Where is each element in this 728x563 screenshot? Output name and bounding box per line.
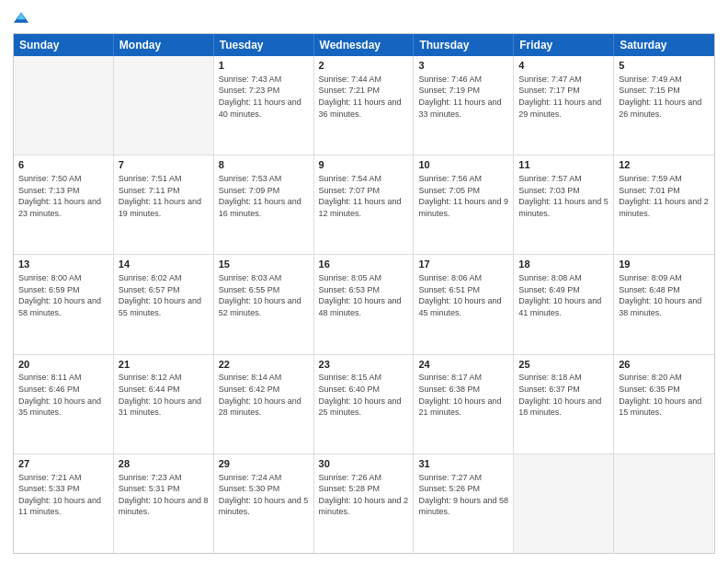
calendar: SundayMondayTuesdayWednesdayThursdayFrid… [13,33,715,554]
day-number: 31 [418,457,508,471]
calendar-row-1: 6Sunrise: 7:50 AMSunset: 7:13 PMDaylight… [14,155,714,254]
cell-info: Sunrise: 8:09 AMSunset: 6:48 PMDaylight:… [619,272,710,318]
day-number: 8 [219,158,309,172]
cell-info: Sunrise: 8:00 AMSunset: 6:59 PMDaylight:… [18,272,108,318]
cell-info: Sunrise: 7:43 AMSunset: 7:23 PMDaylight:… [219,74,309,120]
cell-info: Sunrise: 7:23 AMSunset: 5:31 PMDaylight:… [119,472,209,518]
cell-info: Sunrise: 7:53 AMSunset: 7:09 PMDaylight:… [219,173,309,219]
day-number: 3 [418,59,508,73]
header-day-monday: Monday [114,34,214,56]
calendar-cell: 12Sunrise: 7:59 AMSunset: 7:01 PMDayligh… [614,155,714,254]
cell-info: Sunrise: 8:17 AMSunset: 6:38 PMDaylight:… [418,372,508,418]
calendar-cell: 13Sunrise: 8:00 AMSunset: 6:59 PMDayligh… [14,255,114,353]
calendar-cell: 18Sunrise: 8:08 AMSunset: 6:49 PMDayligh… [514,255,614,353]
day-number: 26 [619,358,710,372]
calendar-cell: 29Sunrise: 7:24 AMSunset: 5:30 PMDayligh… [214,454,314,553]
day-number: 28 [119,457,209,471]
calendar-cell: 14Sunrise: 8:02 AMSunset: 6:57 PMDayligh… [114,255,214,353]
day-number: 23 [319,358,409,372]
calendar-cell: 7Sunrise: 7:51 AMSunset: 7:11 PMDaylight… [114,155,214,254]
day-number: 9 [319,158,409,172]
cell-info: Sunrise: 7:24 AMSunset: 5:30 PMDaylight:… [219,472,309,518]
day-number: 1 [219,59,309,73]
day-number: 21 [119,358,209,372]
cell-info: Sunrise: 7:49 AMSunset: 7:15 PMDaylight:… [619,74,710,120]
day-number: 13 [18,258,108,271]
calendar-row-3: 20Sunrise: 8:11 AMSunset: 6:46 PMDayligh… [14,354,714,454]
header-day-wednesday: Wednesday [314,34,415,56]
cell-info: Sunrise: 7:27 AMSunset: 5:26 PMDaylight:… [418,472,508,518]
calendar-cell [514,454,614,553]
day-number: 11 [518,158,609,172]
cell-info: Sunrise: 8:06 AMSunset: 6:51 PMDaylight:… [418,272,508,318]
day-number: 20 [18,358,108,372]
cell-info: Sunrise: 8:08 AMSunset: 6:49 PMDaylight:… [518,272,609,318]
day-number: 17 [418,258,508,271]
calendar-row-0: 1Sunrise: 7:43 AMSunset: 7:23 PMDaylight… [14,56,714,155]
day-number: 27 [18,457,108,471]
cell-info: Sunrise: 7:50 AMSunset: 7:13 PMDaylight:… [18,173,108,219]
cell-info: Sunrise: 8:14 AMSunset: 6:42 PMDaylight:… [219,372,309,418]
calendar-cell: 22Sunrise: 8:14 AMSunset: 6:42 PMDayligh… [214,355,314,454]
cell-info: Sunrise: 8:12 AMSunset: 6:44 PMDaylight:… [119,372,209,418]
day-number: 16 [319,258,409,271]
day-number: 18 [518,258,609,271]
day-number: 24 [418,358,508,372]
calendar-cell: 2Sunrise: 7:44 AMSunset: 7:21 PMDaylight… [314,56,415,155]
cell-info: Sunrise: 8:15 AMSunset: 6:40 PMDaylight:… [319,372,409,418]
day-number: 10 [418,158,508,172]
header-day-sunday: Sunday [14,34,114,56]
calendar-cell: 23Sunrise: 8:15 AMSunset: 6:40 PMDayligh… [314,355,415,454]
calendar-cell: 25Sunrise: 8:18 AMSunset: 6:37 PMDayligh… [514,355,614,454]
calendar-cell: 8Sunrise: 7:53 AMSunset: 7:09 PMDaylight… [214,155,314,254]
calendar-cell: 1Sunrise: 7:43 AMSunset: 7:23 PMDaylight… [214,56,314,155]
day-number: 22 [219,358,309,372]
cell-info: Sunrise: 8:03 AMSunset: 6:55 PMDaylight:… [219,272,309,318]
header [13,9,715,26]
day-number: 14 [119,258,209,271]
calendar-cell: 6Sunrise: 7:50 AMSunset: 7:13 PMDaylight… [14,155,114,254]
page: SundayMondayTuesdayWednesdayThursdayFrid… [0,0,728,563]
cell-info: Sunrise: 7:54 AMSunset: 7:07 PMDaylight:… [319,173,409,219]
day-number: 19 [619,258,710,271]
cell-info: Sunrise: 8:05 AMSunset: 6:53 PMDaylight:… [319,272,409,318]
day-number: 6 [18,158,108,172]
calendar-cell: 31Sunrise: 7:27 AMSunset: 5:26 PMDayligh… [414,454,514,553]
calendar-cell: 27Sunrise: 7:21 AMSunset: 5:33 PMDayligh… [14,454,114,553]
calendar-cell: 21Sunrise: 8:12 AMSunset: 6:44 PMDayligh… [114,355,214,454]
cell-info: Sunrise: 7:47 AMSunset: 7:17 PMDaylight:… [518,74,609,120]
cell-info: Sunrise: 7:56 AMSunset: 7:05 PMDaylight:… [418,173,508,219]
calendar-cell [614,454,714,553]
day-number: 30 [319,457,409,471]
calendar-cell: 11Sunrise: 7:57 AMSunset: 7:03 PMDayligh… [514,155,614,254]
calendar-cell: 5Sunrise: 7:49 AMSunset: 7:15 PMDaylight… [614,56,714,155]
cell-info: Sunrise: 8:11 AMSunset: 6:46 PMDaylight:… [18,372,108,418]
day-number: 29 [219,457,309,471]
day-number: 25 [518,358,609,372]
calendar-row-2: 13Sunrise: 8:00 AMSunset: 6:59 PMDayligh… [14,254,714,353]
svg-marker-1 [17,12,26,19]
header-day-friday: Friday [514,34,614,56]
calendar-body: 1Sunrise: 7:43 AMSunset: 7:23 PMDaylight… [14,56,714,553]
calendar-header: SundayMondayTuesdayWednesdayThursdayFrid… [14,34,714,56]
calendar-cell: 24Sunrise: 8:17 AMSunset: 6:38 PMDayligh… [414,355,514,454]
calendar-cell: 20Sunrise: 8:11 AMSunset: 6:46 PMDayligh… [14,355,114,454]
calendar-cell: 10Sunrise: 7:56 AMSunset: 7:05 PMDayligh… [414,155,514,254]
cell-info: Sunrise: 7:44 AMSunset: 7:21 PMDaylight:… [319,74,409,120]
logo [13,9,31,26]
calendar-cell: 3Sunrise: 7:46 AMSunset: 7:19 PMDaylight… [414,56,514,155]
header-day-thursday: Thursday [414,34,514,56]
cell-info: Sunrise: 7:59 AMSunset: 7:01 PMDaylight:… [619,173,710,219]
day-number: 2 [319,59,409,73]
calendar-cell: 19Sunrise: 8:09 AMSunset: 6:48 PMDayligh… [614,255,714,353]
cell-info: Sunrise: 7:51 AMSunset: 7:11 PMDaylight:… [119,173,209,219]
day-number: 7 [119,158,209,172]
cell-info: Sunrise: 8:20 AMSunset: 6:35 PMDaylight:… [619,372,710,418]
day-number: 12 [619,158,710,172]
cell-info: Sunrise: 7:21 AMSunset: 5:33 PMDaylight:… [18,472,108,518]
cell-info: Sunrise: 8:18 AMSunset: 6:37 PMDaylight:… [518,372,609,418]
cell-info: Sunrise: 7:46 AMSunset: 7:19 PMDaylight:… [418,74,508,120]
calendar-cell [114,56,214,155]
logo-icon [13,9,29,26]
header-day-saturday: Saturday [614,34,714,56]
